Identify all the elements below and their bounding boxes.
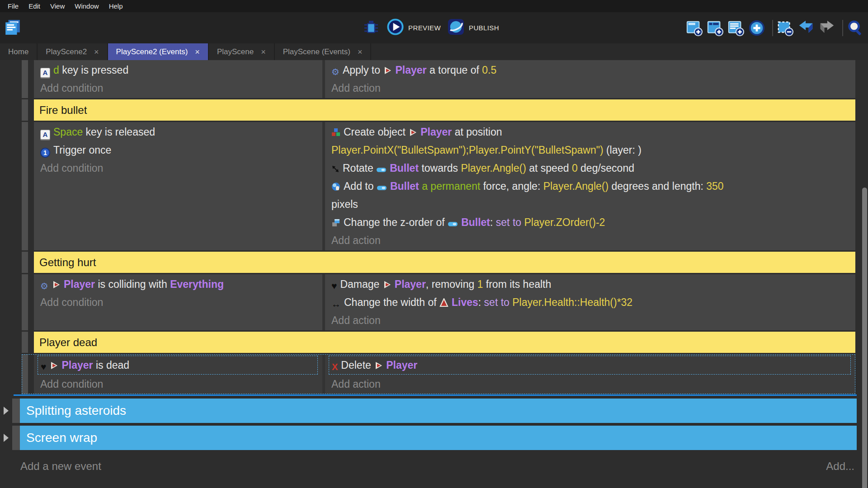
add-condition-link[interactable]: Add condition (40, 375, 320, 393)
instruction-line[interactable]: 1Trigger once (40, 141, 320, 159)
event-group-splitting-asteroids[interactable]: Splitting asteroids (4, 399, 857, 423)
remove-selection-button[interactable] (778, 19, 796, 37)
menu-item-view[interactable]: View (45, 0, 70, 12)
event-group-getting-hurt[interactable]: Getting hurt (22, 252, 855, 273)
undo-button[interactable] (798, 19, 817, 37)
tab-playscene2[interactable]: PlayScene2× (38, 43, 108, 60)
close-icon[interactable]: × (94, 48, 99, 56)
group-drag-handle[interactable] (22, 99, 28, 121)
conditions-cell[interactable]: Ad key is pressedAdd condition (34, 60, 322, 98)
conditions-cell[interactable]: ⚙Player is colliding with EverythingAdd … (34, 274, 322, 330)
instruction-list: ASpace key is released1Trigger once (40, 123, 320, 159)
event-drag-handle[interactable] (22, 274, 28, 330)
instruction-line[interactable]: Ad key is pressed (40, 61, 320, 79)
menu-item-edit[interactable]: Edit (24, 0, 45, 12)
group-header-bar[interactable]: Fire bullet (34, 99, 855, 121)
event-drag-handle[interactable] (22, 354, 28, 394)
add-event-button[interactable] (687, 19, 705, 37)
instruction-line[interactable]: Change the z-order of Bullet: set to Pla… (331, 213, 853, 231)
instruction-line[interactable]: XDelete Player (332, 356, 850, 374)
add-action-link[interactable]: Add action (331, 311, 853, 329)
menu-item-file[interactable]: File (3, 0, 24, 12)
event-row[interactable]: ♥Player is deadAdd conditionXDelete Play… (22, 354, 855, 394)
close-icon[interactable]: × (195, 48, 200, 56)
add-action-link[interactable]: Add action (331, 79, 853, 97)
search-button[interactable] (848, 19, 866, 37)
group-drag-handle[interactable] (22, 252, 28, 273)
instruction-line[interactable]: ♥Damage Player, removing 1 from its heal… (331, 275, 853, 293)
add-action-link[interactable]: Add action (331, 231, 853, 249)
add-condition-link[interactable]: Add condition (40, 293, 320, 311)
close-icon[interactable]: × (261, 48, 266, 56)
instruction-line[interactable]: ⚙Apply to Player a torque of 0.5 (331, 61, 853, 79)
conditions-cell[interactable]: ASpace key is released1Trigger onceAdd c… (34, 122, 322, 250)
add-subevent-button[interactable] (708, 19, 726, 37)
project-manager-button[interactable] (4, 19, 22, 37)
actions-cell[interactable]: ⚙Apply to Player a torque of 0.5Add acti… (325, 60, 855, 98)
event-row[interactable]: ASpace key is released1Trigger onceAdd c… (22, 122, 855, 250)
text-segment: Player.PointX("BulletSpawn");Player.Poin… (331, 144, 604, 156)
tab-playscene[interactable]: PlayScene× (209, 43, 275, 60)
event-group-fire-bullet[interactable]: Fire bullet (22, 99, 855, 121)
tab-playscene-events[interactable]: PlayScene (Events)× (275, 43, 372, 60)
add-circle-button[interactable] (749, 19, 768, 37)
instruction-line[interactable]: Player.PointX("BulletSpawn");Player.Poin… (331, 141, 853, 159)
instruction-line[interactable]: Add to Bullet a permanent force, angle: … (331, 177, 853, 195)
instruction-line[interactable]: pixels (331, 195, 853, 213)
group-drag-handle[interactable] (22, 332, 28, 353)
menu-item-window[interactable]: Window (70, 0, 104, 12)
chevron-right-icon[interactable] (4, 407, 9, 415)
text-segment: degrees and length: (609, 180, 706, 192)
chevron-right-icon[interactable] (4, 434, 9, 442)
rotate-icon (331, 165, 340, 173)
player-icon (374, 361, 383, 370)
event-group-screen-wrap[interactable]: Screen wrap (4, 426, 857, 450)
text-segment: Apply to (343, 64, 383, 76)
actions-cell[interactable]: XDelete PlayerAdd action (325, 354, 855, 394)
event-drag-handle[interactable] (22, 60, 28, 98)
add-subevent-icon (707, 19, 724, 37)
preview-button[interactable]: PREVIEW (387, 18, 441, 38)
text-segment: Bullet (390, 162, 419, 174)
group-header-bar[interactable]: Splitting asteroids (20, 399, 857, 423)
tab-home[interactable]: Home (0, 43, 38, 60)
add-more-link[interactable]: Add... (826, 460, 854, 473)
events-sheet: Ad key is pressedAdd condition⚙Apply to … (0, 60, 868, 488)
add-action-link[interactable]: Add action (331, 375, 853, 393)
publish-button[interactable]: PUBLISH (447, 18, 499, 38)
group-drag-handle[interactable] (12, 399, 20, 423)
event-drag-handle[interactable] (22, 122, 28, 250)
group-header-bar[interactable]: Getting hurt (34, 252, 855, 273)
close-icon[interactable]: × (358, 48, 363, 56)
instruction-line[interactable]: ↔Change the width of Lives: set to Playe… (331, 293, 853, 311)
event-row[interactable]: ⚙Player is colliding with EverythingAdd … (22, 274, 855, 330)
vertical-scrollbar[interactable] (862, 188, 867, 488)
instruction-line[interactable]: ♥Player is dead (41, 356, 317, 374)
text-segment: : (478, 296, 484, 308)
instruction-line[interactable]: ⚙Player is colliding with Everything (40, 275, 320, 293)
actions-cell[interactable]: ♥Damage Player, removing 1 from its heal… (325, 274, 855, 330)
add-new-event-link[interactable]: Add a new event (20, 460, 101, 473)
conditions-cell[interactable]: ♥Player is deadAdd condition (34, 354, 322, 394)
event-row[interactable]: Ad key is pressedAdd condition⚙Apply to … (22, 60, 855, 98)
add-comment-button[interactable] (728, 19, 747, 37)
sheet-footer: Add a new event Add... (20, 460, 854, 473)
tab-playscene2-events[interactable]: PlayScene2 (Events)× (108, 43, 209, 60)
instruction-line[interactable]: Rotate Bullet towards Player.Angle() at … (331, 159, 853, 177)
text-segment: set to (484, 296, 513, 308)
add-condition-link[interactable]: Add condition (40, 159, 320, 177)
redo-button[interactable] (819, 19, 838, 37)
instruction-line[interactable]: Create object Player at position (331, 123, 853, 141)
add-condition-link[interactable]: Add condition (40, 79, 320, 97)
instruction-line[interactable]: ASpace key is released (40, 123, 320, 141)
menu-item-help[interactable]: Help (104, 0, 128, 12)
group-header-bar[interactable]: Player dead (34, 332, 855, 353)
debug-button[interactable] (362, 19, 380, 37)
group-drag-handle[interactable] (12, 426, 20, 450)
text-segment: a torque of (427, 64, 482, 76)
event-group-player-dead[interactable]: Player dead (22, 332, 855, 353)
group-header-bar[interactable]: Screen wrap (20, 426, 857, 450)
actions-cell[interactable]: Create object Player at positionPlayer.P… (325, 122, 855, 250)
toolbar-separator (772, 20, 773, 36)
physics-icon: ⚙ (331, 67, 340, 77)
